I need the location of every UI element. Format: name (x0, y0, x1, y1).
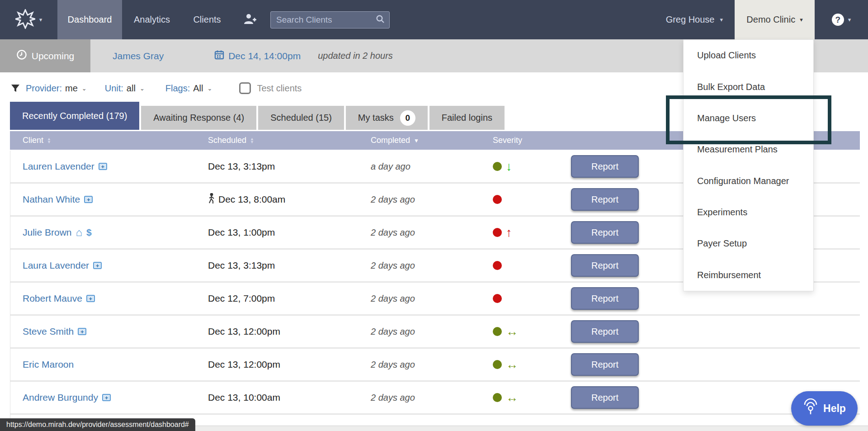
medical-kit-icon: + (99, 163, 107, 170)
upcoming-toggle[interactable]: Upcoming (0, 39, 90, 72)
report-button[interactable]: Report (571, 221, 639, 244)
upcoming-client-link[interactable]: James Gray (113, 51, 164, 62)
completed-cell: 2 days ago (371, 327, 493, 337)
question-mark-icon: ? (832, 14, 844, 26)
client-link[interactable]: Lauren Lavender+ (23, 161, 208, 172)
severity-dot-green (493, 360, 502, 369)
client-link[interactable]: Steve Smith+ (23, 326, 208, 337)
tab-scheduled-15[interactable]: Scheduled (15) (258, 106, 344, 130)
client-link[interactable]: Nathan White+ (23, 194, 208, 205)
user-menu[interactable]: Greg House ▾ (654, 0, 735, 39)
home-icon: ⌂ (76, 227, 83, 238)
search-input[interactable] (275, 14, 376, 25)
test-clients-checkbox[interactable] (239, 82, 251, 94)
clinic-menu-caret-icon: ▾ (800, 16, 803, 23)
scheduled-cell: Dec 13, 3:13pm (208, 260, 371, 271)
completed-cell: 2 days ago (371, 294, 493, 304)
column-header-severity-label: Severity (493, 136, 522, 145)
report-cell: Report (571, 353, 860, 376)
clinic-menu-label: Demo Clinic (746, 14, 795, 25)
severity-dot-red (493, 294, 502, 303)
severity-dot-red (493, 261, 502, 270)
tab-recently-completed-179[interactable]: Recently Completed (179) (10, 102, 139, 130)
report-button[interactable]: Report (571, 287, 639, 310)
severity-cell: ↔ (493, 359, 571, 371)
provider-filter[interactable]: Provider: me ⌄ (26, 83, 87, 94)
menu-item-experiments[interactable]: Experiments (684, 197, 813, 228)
severity-cell (493, 261, 571, 270)
logo-star-icon (15, 9, 35, 31)
clock-icon (16, 49, 27, 62)
calendar-icon (214, 50, 224, 62)
column-header-scheduled[interactable]: Scheduled ▲▼ (208, 136, 371, 145)
client-link[interactable]: Eric Maroon (23, 359, 208, 370)
tab-my-tasks[interactable]: My tasks0 (346, 106, 428, 130)
report-button[interactable]: Report (571, 320, 639, 343)
sort-desc-icon: ▼ (414, 137, 419, 144)
scheduled-cell: Dec 13, 8:00am (208, 193, 371, 206)
search-icon[interactable] (376, 14, 385, 25)
sort-icon: ▲▼ (250, 137, 254, 144)
beacon-icon (803, 398, 818, 418)
column-header-completed[interactable]: Completed ▼ (371, 136, 493, 145)
flags-filter[interactable]: Flags: All ⌄ (165, 83, 212, 94)
medical-kit-icon: + (93, 262, 102, 269)
nav-item-analytics[interactable]: Analytics (122, 0, 182, 39)
app-logo[interactable]: ▾ (0, 0, 57, 39)
severity-arrow-down-icon: ↓ (506, 161, 512, 173)
severity-cell: ↑ (493, 227, 571, 239)
clinic-menu[interactable]: Demo Clinic ▾ (735, 0, 815, 39)
tab-failed-logins[interactable]: Failed logins (429, 106, 505, 130)
logo-caret-icon: ▾ (39, 16, 42, 23)
scheduled-cell: Dec 13, 12:00pm (208, 359, 371, 370)
top-navbar: ▾ Dashboard Analytics Clients (0, 0, 868, 39)
table-row: Steve Smith+ Dec 13, 12:00pm 2 days ago … (10, 316, 860, 349)
menu-item-measurement-plans[interactable]: Measurement Plans (684, 134, 813, 165)
completed-cell: a day ago (371, 161, 493, 172)
flags-filter-value: All (193, 83, 203, 94)
client-link[interactable]: Robert Mauve+ (23, 293, 208, 304)
add-client-button[interactable] (232, 0, 268, 39)
column-header-severity: Severity (493, 136, 571, 145)
client-link[interactable]: Julie Brown⌂$ (23, 227, 208, 238)
report-button[interactable]: Report (571, 353, 639, 376)
nav-item-dashboard[interactable]: Dashboard (57, 0, 122, 39)
client-link[interactable]: Andrew Burgundy+ (23, 392, 208, 403)
menu-item-manage-users[interactable]: Manage Users (684, 103, 813, 134)
unit-filter[interactable]: Unit: all ⌄ (105, 83, 145, 94)
report-button[interactable]: Report (571, 254, 639, 277)
menu-item-upload-clients[interactable]: Upload Clients (684, 40, 813, 71)
upcoming-datetime[interactable]: Dec 14, 14:00pm (214, 50, 301, 62)
clinic-dropdown: Upload ClientsBulk Export DataManage Use… (683, 39, 814, 291)
upcoming-label: Upcoming (32, 51, 75, 62)
table-row: Andrew Burgundy+ Dec 13, 10:00am 2 days … (10, 382, 860, 415)
client-link[interactable]: Laura Lavender+ (23, 260, 208, 271)
column-header-client[interactable]: Client ▲▼ (23, 136, 208, 145)
menu-item-payer-setup[interactable]: Payer Setup (684, 228, 813, 259)
scheduled-cell: Dec 12, 7:00pm (208, 293, 371, 304)
report-button[interactable]: Report (571, 188, 639, 211)
user-menu-label: Greg House (666, 14, 715, 25)
menu-item-bulk-export-data[interactable]: Bulk Export Data (684, 71, 813, 102)
severity-dot-red (493, 195, 502, 204)
completed-cell: 2 days ago (371, 393, 493, 403)
provider-filter-caret-icon: ⌄ (82, 85, 87, 92)
medical-kit-icon: + (78, 328, 86, 335)
updated-status: updated in 2 hours (318, 51, 393, 61)
unit-filter-caret-icon: ⌄ (140, 85, 145, 92)
flags-filter-label: Flags: (165, 83, 190, 94)
column-header-client-label: Client (23, 136, 43, 145)
menu-item-configuration-manager[interactable]: Configuration Manager (684, 166, 813, 197)
report-button[interactable]: Report (571, 155, 639, 178)
severity-dot-green (493, 393, 502, 402)
nav-item-clients[interactable]: Clients (182, 0, 232, 39)
severity-cell: ↔ (493, 392, 571, 404)
severity-arrow-up-icon: ↑ (506, 227, 512, 239)
navbar-right: Greg House ▾ Demo Clinic ▾ ? ▾ (654, 0, 868, 39)
help-button[interactable]: Help (791, 391, 858, 426)
tab-awaiting-response-4[interactable]: Awaiting Response (4) (141, 106, 256, 130)
report-button[interactable]: Report (571, 386, 639, 409)
menu-item-reimbursement[interactable]: Reimbursement (684, 260, 813, 291)
help-menu[interactable]: ? ▾ (815, 0, 868, 39)
walking-person-icon (208, 193, 215, 206)
